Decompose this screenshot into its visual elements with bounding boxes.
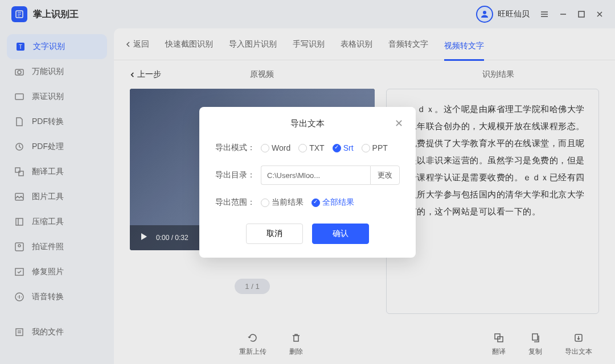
modal-backdrop: 导出文本 ✕ 导出模式： Word TXT Srt PPT 导出目录： 更改 导…: [0, 0, 615, 364]
radio-current-result[interactable]: 当前结果: [261, 197, 304, 208]
radio-srt[interactable]: Srt: [333, 143, 354, 152]
radio-txt[interactable]: TXT: [298, 143, 324, 152]
dir-label: 导出目录：: [215, 170, 261, 180]
radio-all-results[interactable]: 全部结果: [311, 197, 354, 208]
export-dialog: 导出文本 ✕ 导出模式： Word TXT Srt PPT 导出目录： 更改 导…: [199, 107, 416, 258]
confirm-button[interactable]: 确认: [312, 224, 369, 244]
mode-label: 导出模式：: [215, 143, 261, 153]
modal-title: 导出文本: [215, 118, 400, 129]
cancel-button[interactable]: 取消: [246, 224, 303, 244]
range-label: 导出范围：: [215, 197, 261, 208]
radio-word[interactable]: Word: [261, 143, 290, 152]
dir-input[interactable]: [261, 166, 370, 185]
modal-close-icon[interactable]: ✕: [395, 117, 403, 130]
radio-ppt[interactable]: PPT: [362, 143, 388, 152]
change-dir-button[interactable]: 更改: [370, 166, 400, 185]
